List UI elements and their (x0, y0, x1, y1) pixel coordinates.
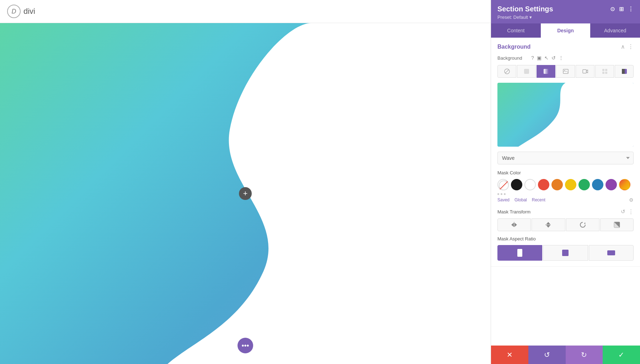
color-tab-recent[interactable]: Recent (532, 197, 545, 202)
expand-icon[interactable]: ⊞ (619, 6, 624, 12)
bg-type-none[interactable] (497, 65, 516, 78)
panel-footer: ✕ ↺ ↻ ✓ (491, 346, 640, 364)
gradient-icon (543, 69, 549, 74)
invert-icon (613, 221, 620, 228)
color-swatch-black[interactable] (511, 179, 522, 190)
save-button[interactable]: ✓ (603, 346, 640, 364)
bg-help-icon[interactable]: ? (531, 55, 534, 61)
svg-rect-7 (602, 69, 604, 71)
background-title: Background (497, 44, 530, 50)
bg-type-mask[interactable] (615, 65, 634, 78)
preview-gradient (497, 83, 634, 147)
bg-more-icon[interactable]: ⋮ (559, 55, 564, 61)
color-swatch-red[interactable] (538, 179, 549, 190)
divi-logo-circle: D (7, 5, 21, 18)
transform-reset-icon[interactable]: ↺ (621, 208, 625, 215)
more-options-icon[interactable]: ⋮ (628, 6, 634, 12)
background-label: Background (497, 55, 528, 61)
bg-responsive-icon[interactable]: ▣ (537, 55, 542, 61)
cancel-icon: ✕ (507, 351, 513, 359)
aspect-square-rect (562, 250, 569, 256)
color-settings-icon[interactable]: ⚙ (629, 197, 634, 203)
svg-line-1 (505, 70, 509, 73)
color-swatch-orange[interactable] (551, 179, 563, 190)
image-icon (563, 69, 569, 74)
mask-icon (622, 69, 627, 74)
aspect-landscape[interactable] (589, 245, 634, 261)
flip-v-icon (545, 221, 552, 228)
transform-flip-h[interactable] (497, 218, 531, 231)
color-tabs: Saved Global Recent ⚙ (497, 197, 634, 203)
tab-design[interactable]: Design (541, 23, 591, 38)
mask-aspect-ratio-section: Mask Aspect Ratio (497, 236, 634, 261)
add-section-button[interactable]: + (239, 187, 252, 200)
logo-name: divi (23, 7, 35, 16)
cancel-button[interactable]: ✕ (491, 346, 528, 364)
svg-rect-6 (583, 70, 586, 73)
color-swatch-blue[interactable] (592, 179, 603, 190)
preview-wave-svg (497, 83, 634, 147)
mask-transform-label: Mask Transform (497, 209, 618, 214)
aspect-square[interactable] (543, 245, 588, 261)
color-tab-saved[interactable]: Saved (497, 197, 510, 202)
tab-advanced-label: Advanced (604, 28, 626, 33)
bg-type-tabs (497, 65, 634, 78)
svg-rect-8 (605, 69, 607, 71)
panel-title-row: Section Settings ⊙ ⊞ ⋮ (497, 5, 634, 13)
bg-type-image[interactable] (556, 65, 575, 78)
video-icon (582, 69, 588, 74)
wave-dropdown[interactable]: Wave Circle Triangle Swoop Slant Arrow C… (497, 152, 634, 164)
panel-header: Section Settings ⊙ ⊞ ⋮ Preset: Default ▾ (491, 0, 640, 23)
transform-tabs (497, 218, 634, 231)
tab-content-label: Content (507, 28, 524, 33)
tab-advanced[interactable]: Advanced (590, 23, 640, 38)
mask-color-label: Mask Color (497, 170, 634, 175)
transform-invert[interactable] (600, 218, 634, 231)
preset-selector[interactable]: Preset: Default ▾ (497, 15, 634, 20)
collapse-icon[interactable]: ∧ (621, 43, 625, 50)
mask-transform-row: Mask Transform ↺ ⋮ (497, 208, 634, 215)
color-swatch-green[interactable] (578, 179, 590, 190)
mask-color-section: Mask Color (497, 170, 634, 203)
transform-flip-v[interactable] (532, 218, 565, 231)
color-tab-global[interactable]: Global (514, 197, 527, 202)
transparent-icon (498, 180, 510, 191)
section-heading-actions: ∧ ⋮ (621, 43, 634, 50)
panel-tabs: Content Design Advanced (491, 23, 640, 38)
svg-rect-9 (602, 72, 604, 74)
none-icon (504, 69, 510, 74)
settings-panel: Section Settings ⊙ ⊞ ⋮ Preset: Default ▾… (491, 0, 640, 364)
color-swatch-transparent[interactable] (497, 179, 509, 190)
section-more-icon[interactable]: ⋮ (628, 43, 634, 50)
tab-design-label: Design (557, 28, 574, 33)
transform-rotate[interactable] (566, 218, 599, 231)
color-swatch-white[interactable] (524, 179, 536, 190)
reset-defaults-icon[interactable]: ⊙ (610, 6, 615, 12)
background-icons: ? ▣ ↖ ↺ ⋮ (531, 55, 564, 61)
bg-type-color[interactable] (517, 65, 536, 78)
aspect-portrait[interactable] (497, 245, 542, 261)
reset-icon: ↺ (544, 351, 550, 359)
color-swatch-custom[interactable] (619, 179, 630, 190)
svg-rect-2 (524, 69, 529, 74)
logo-letter: D (12, 8, 16, 15)
svg-rect-3 (544, 69, 549, 74)
divi-logo: D divi (7, 5, 35, 18)
bg-cursor-icon[interactable]: ↖ (544, 55, 549, 61)
color-swatch-purple[interactable] (606, 179, 617, 190)
bg-type-video[interactable] (576, 65, 594, 78)
pattern-icon (602, 69, 608, 74)
bg-reset-icon[interactable]: ↺ (551, 55, 556, 61)
redo-button[interactable]: ↻ (566, 346, 603, 364)
transform-more-icon[interactable]: ⋮ (628, 208, 634, 215)
reset-button[interactable]: ↺ (528, 346, 566, 364)
bg-type-pattern[interactable] (595, 65, 614, 78)
aspect-landscape-rect (607, 250, 615, 255)
bg-type-gradient[interactable] (537, 65, 555, 78)
more-colors-dots[interactable] (497, 193, 634, 195)
bottom-fab-button[interactable]: ••• (238, 338, 253, 353)
top-bar: D divi (0, 0, 491, 23)
tab-content[interactable]: Content (491, 23, 541, 38)
background-section-heading: Background ∧ ⋮ (497, 43, 634, 50)
color-swatch-yellow[interactable] (565, 179, 576, 190)
